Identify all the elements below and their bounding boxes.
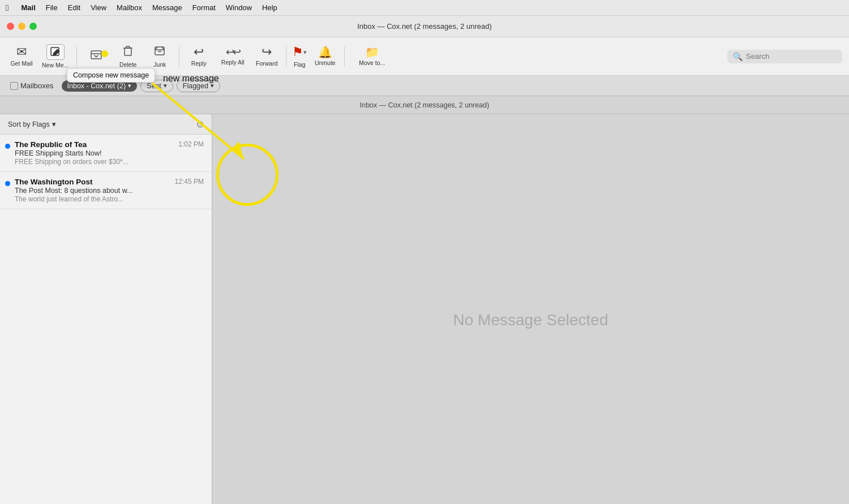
flag-icon-group: ⚑ ▾ — [292, 45, 307, 59]
sender-name: The Washington Post — [15, 178, 93, 186]
unmute-button[interactable]: 🔔 Unmute — [310, 41, 340, 72]
toolbar-divider-2 — [179, 46, 179, 67]
unmute-label: Unmute — [315, 59, 336, 66]
traffic-lights — [7, 23, 37, 30]
mailboxes-label: Mailboxes — [20, 81, 54, 90]
search-box[interactable]: 🔍 — [727, 50, 842, 63]
message-pane: No Message Selected — [212, 114, 849, 504]
menu-mail[interactable]: Mail — [21, 3, 35, 12]
flag-label: Flag — [294, 61, 305, 68]
move-to-button[interactable]: 📁 Move to... — [349, 41, 395, 72]
close-button[interactable] — [7, 23, 14, 30]
reply-icon: ↩ — [194, 46, 204, 58]
flag-button[interactable]: ⚑ ▾ Flag — [291, 41, 308, 72]
toolbar-divider-4 — [344, 46, 345, 67]
filter-icon[interactable]: ⊙ — [196, 119, 204, 130]
menu-view[interactable]: View — [91, 3, 106, 12]
unmute-icon: 🔔 — [318, 46, 332, 58]
maximize-button[interactable] — [29, 23, 37, 30]
unread-dot — [5, 181, 10, 186]
list-item[interactable]: The Washington Post 12:45 PM The Post Mo… — [0, 172, 212, 209]
message-subject: The Post Most: 8 questions about w... — [15, 187, 204, 195]
menu-message[interactable]: Message — [152, 3, 182, 12]
forward-icon: ↪ — [261, 46, 272, 58]
new-message-annotation: new message — [163, 74, 219, 84]
sent-tab-label: Sent — [147, 82, 161, 90]
message-time: 1:02 PM — [178, 140, 204, 149]
sender-name: The Republic of Tea — [15, 140, 87, 149]
search-input[interactable] — [746, 52, 837, 61]
window-title: Inbox — Cox.net (2 messages, 2 unread) — [357, 22, 492, 31]
inbox-tab-label: Inbox - Cox.net (2) — [67, 82, 126, 90]
delete-label: Delete — [119, 61, 136, 68]
message-preview: The world just learned of the Astro... — [15, 195, 204, 203]
junk-label: Junk — [153, 61, 166, 68]
mailboxes-checkbox — [10, 82, 18, 90]
menu-file[interactable]: File — [46, 3, 58, 12]
secondary-header-text: Inbox — Cox.net (2 messages, 2 unread) — [360, 101, 490, 109]
menu-edit[interactable]: Edit — [68, 3, 80, 12]
compose-tooltip: Compose new message — [67, 68, 155, 83]
archive-icon — [90, 49, 102, 63]
move-to-label: Move to... — [359, 59, 385, 66]
forward-button[interactable]: ↪ Forward — [252, 41, 281, 72]
message-time: 12:45 PM — [175, 178, 204, 186]
secondary-header: Inbox — Cox.net (2 messages, 2 unread) — [0, 96, 849, 114]
compose-icon — [46, 44, 65, 60]
sender-row: The Republic of Tea 1:02 PM — [15, 140, 204, 149]
get-mail-button[interactable]: ✉ Get Mail — [7, 41, 36, 72]
sort-chevron-icon: ▾ — [52, 120, 56, 128]
no-message-text: No Message Selected — [453, 311, 608, 329]
list-item[interactable]: The Republic of Tea 1:02 PM FREE Shippin… — [0, 135, 212, 172]
inbox-tab-chevron: ▾ — [128, 82, 131, 89]
apple-menu[interactable]:  — [6, 3, 8, 12]
flag-chevron-icon: ▾ — [303, 49, 307, 56]
menu-window[interactable]: Window — [226, 3, 252, 12]
get-mail-label: Get Mail — [10, 60, 32, 67]
menu-help[interactable]: Help — [262, 3, 277, 12]
sort-label: Sort by Flags — [8, 120, 50, 128]
title-bar: Inbox — Cox.net (2 messages, 2 unread) — [0, 16, 849, 37]
reply-all-icon: ↩↩ — [226, 47, 239, 57]
message-preview: FREE Shipping on orders over $30*... — [15, 158, 204, 166]
menu-mailbox[interactable]: Mailbox — [117, 3, 142, 12]
search-icon: 🔍 — [733, 52, 743, 61]
minimize-button[interactable] — [18, 23, 25, 30]
delete-icon — [122, 45, 134, 59]
reply-label: Reply — [191, 60, 207, 67]
tooltip-text: Compose new message — [73, 71, 149, 79]
sender-row: The Washington Post 12:45 PM — [15, 178, 204, 186]
message-list: Sort by Flags ▾ ⊙ The Republic of Tea 1:… — [0, 114, 212, 504]
reply-all-label: Reply All — [221, 59, 245, 66]
forward-label: Forward — [256, 60, 278, 67]
sort-button[interactable]: Sort by Flags ▾ — [8, 120, 56, 128]
unread-dot — [5, 144, 10, 149]
new-message-annotation-text: new message — [163, 74, 219, 83]
toolbar-divider-1 — [76, 46, 77, 67]
move-to-icon: 📁 — [365, 46, 379, 58]
mailboxes-button[interactable]: Mailboxes — [6, 80, 58, 91]
sort-bar: Sort by Flags ▾ ⊙ — [0, 114, 212, 135]
menu-bar:  Mail File Edit View Mailbox Message Fo… — [0, 0, 849, 16]
menu-format[interactable]: Format — [192, 3, 216, 12]
new-message-label: New Me... — [42, 62, 68, 68]
junk-icon — [153, 45, 166, 59]
message-subject: FREE Shipping Starts Now! — [15, 149, 204, 157]
toolbar-divider-3 — [286, 46, 286, 67]
flag-icon: ⚑ — [292, 45, 303, 59]
svg-rect-3 — [125, 48, 131, 55]
reply-button[interactable]: ↩ Reply — [184, 41, 213, 72]
main-layout: Sort by Flags ▾ ⊙ The Republic of Tea 1:… — [0, 114, 849, 504]
new-message-button[interactable]: New Me... — [38, 41, 72, 72]
get-mail-icon: ✉ — [16, 46, 27, 58]
reply-all-button[interactable]: ↩↩ Reply All — [216, 41, 250, 72]
